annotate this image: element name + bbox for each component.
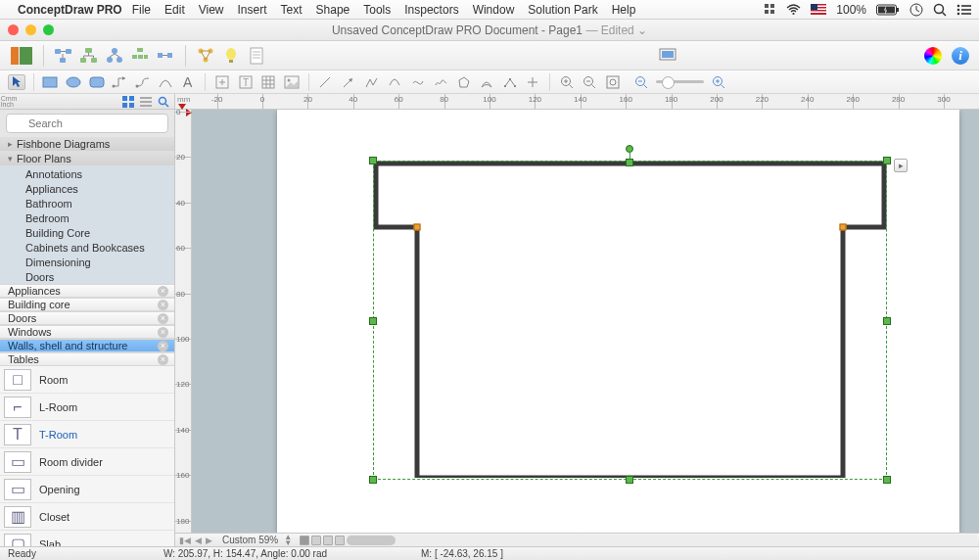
minimize-window-button[interactable]: [25, 24, 36, 35]
zoom-in2-icon[interactable]: [710, 74, 727, 90]
search-input[interactable]: [6, 114, 168, 133]
handle-sw[interactable]: [369, 476, 377, 484]
menu-help[interactable]: Help: [612, 3, 636, 17]
insert-image-icon[interactable]: [283, 74, 301, 90]
doc-tool-icon[interactable]: [247, 46, 266, 66]
menu-text[interactable]: Text: [281, 3, 303, 17]
handle-notch-left[interactable]: [414, 224, 421, 231]
tree-group-fishbone[interactable]: ▸Fishbone Diagrams: [0, 137, 174, 152]
menu-list-icon[interactable]: [956, 4, 971, 16]
grid-view-icon[interactable]: [121, 96, 135, 108]
tree-item-building-core[interactable]: Building Core: [0, 225, 174, 240]
pointer-tool-icon[interactable]: [8, 74, 25, 90]
shape-closet[interactable]: ▥Closet: [0, 503, 174, 531]
tree-tool-icon[interactable]: [105, 46, 124, 66]
units-icon[interactable]: CmmInch: [2, 96, 16, 108]
library-tab-building-core[interactable]: Building core×: [0, 298, 174, 311]
close-window-button[interactable]: [8, 24, 19, 35]
battery-icon[interactable]: [876, 4, 900, 16]
shape-room[interactable]: □Room: [0, 366, 174, 394]
tree-item-bedroom[interactable]: Bedroom: [0, 210, 174, 225]
close-icon[interactable]: ×: [158, 286, 168, 297]
polyline-icon[interactable]: [363, 74, 381, 90]
tree-item-doors[interactable]: Doors: [0, 269, 174, 284]
canvas-viewport[interactable]: ▸: [192, 110, 979, 546]
page-first-icon[interactable]: ▮◀: [179, 536, 191, 545]
rounded-tool-icon[interactable]: [88, 74, 106, 90]
flag-us-icon[interactable]: [811, 4, 826, 15]
orgchart-tool-icon[interactable]: [79, 46, 99, 66]
color-wheel-icon[interactable]: [924, 47, 942, 65]
close-icon[interactable]: ×: [158, 327, 168, 338]
tree-item-dimensioning[interactable]: Dimensioning: [0, 255, 174, 269]
flowchart-tool-icon[interactable]: [54, 46, 73, 66]
menu-file[interactable]: File: [132, 3, 151, 17]
page[interactable]: ▸: [277, 110, 959, 533]
menu-view[interactable]: View: [199, 3, 224, 17]
edit-points-icon[interactable]: [501, 74, 519, 90]
zoom-window-button[interactable]: [43, 24, 54, 35]
edited-indicator[interactable]: — Edited ⌄: [585, 23, 647, 37]
library-tab-windows[interactable]: Windows×: [0, 325, 174, 339]
close-icon[interactable]: ×: [158, 313, 168, 324]
shape-opening[interactable]: ▭Opening: [0, 476, 174, 503]
tree-item-annotations[interactable]: Annotations: [0, 166, 174, 181]
spline-icon[interactable]: [409, 74, 427, 90]
curve-draw-icon[interactable]: [386, 74, 403, 90]
present-tool-icon[interactable]: [658, 46, 677, 66]
zoom-out2-icon[interactable]: [633, 74, 651, 90]
freehand-icon[interactable]: [432, 74, 449, 90]
insert-table-icon[interactable]: [260, 74, 278, 90]
connector-arc-icon[interactable]: [157, 74, 174, 90]
menu-insert[interactable]: Insert: [238, 3, 267, 17]
chain-tool-icon[interactable]: [156, 46, 175, 66]
close-icon[interactable]: ×: [158, 300, 168, 310]
grid-status-icon[interactable]: [764, 3, 776, 16]
zoom-fit-icon[interactable]: [604, 74, 622, 90]
handle-w[interactable]: [369, 317, 377, 325]
list-view-icon[interactable]: [139, 96, 153, 108]
polygon-icon[interactable]: [455, 74, 473, 90]
search-toggle-icon[interactable]: [157, 96, 170, 108]
anchor-icon[interactable]: [525, 74, 542, 90]
line-draw-icon[interactable]: [317, 74, 335, 90]
menu-shape[interactable]: Shape: [316, 3, 350, 17]
handle-se[interactable]: [883, 476, 891, 484]
arrow-draw-icon[interactable]: [340, 74, 357, 90]
menu-inspectors[interactable]: Inspectors: [404, 3, 458, 17]
handle-ne[interactable]: [883, 157, 891, 164]
menu-tools[interactable]: Tools: [363, 3, 391, 17]
tree-item-bathroom[interactable]: Bathroom: [0, 196, 174, 210]
connector-line-icon[interactable]: [111, 74, 128, 90]
handle-e[interactable]: [883, 317, 891, 325]
page-prev-icon[interactable]: ◀: [195, 536, 202, 545]
tree-item-cabinets-and-bookcases[interactable]: Cabinets and Bookcases: [0, 240, 174, 255]
handle-n[interactable]: [626, 159, 633, 166]
wifi-icon[interactable]: [786, 4, 801, 16]
page-tabs[interactable]: [300, 536, 345, 545]
library-tab-doors[interactable]: Doors×: [0, 311, 174, 325]
shape-slab[interactable]: ▢Slab: [0, 531, 174, 546]
shape-l-room[interactable]: ⌐L-Room: [0, 394, 174, 421]
close-icon[interactable]: ×: [158, 341, 168, 351]
zoom-slider[interactable]: [656, 80, 704, 83]
handle-nw[interactable]: [369, 157, 377, 164]
hierarchy-tool-icon[interactable]: [130, 46, 150, 66]
t-room-shape[interactable]: ▸: [373, 149, 887, 478]
smart-actions-button[interactable]: ▸: [894, 159, 908, 172]
hscrollbar[interactable]: [347, 535, 977, 546]
insert-shape-icon[interactable]: [213, 74, 231, 90]
text-tool-icon[interactable]: A: [180, 74, 198, 90]
close-icon[interactable]: ×: [158, 354, 168, 365]
network-tool-icon[interactable]: [196, 46, 215, 66]
ruler-vertical[interactable]: 020406080100120140160180: [175, 110, 192, 546]
zoom-spinner[interactable]: ▲▼: [284, 535, 292, 546]
library-tab-walls-shell-and-structure[interactable]: Walls, shell and structure×: [0, 339, 174, 352]
search-icon[interactable]: [933, 3, 947, 17]
bezier-icon[interactable]: [478, 74, 495, 90]
ruler-horizontal[interactable]: mm -200204060801001201401601802002202402…: [175, 94, 979, 109]
zoom-in-icon[interactable]: [558, 74, 576, 90]
handle-notch-right[interactable]: [840, 224, 847, 231]
library-tab-appliances[interactable]: Appliances×: [0, 284, 174, 298]
menu-edit[interactable]: Edit: [164, 3, 185, 17]
